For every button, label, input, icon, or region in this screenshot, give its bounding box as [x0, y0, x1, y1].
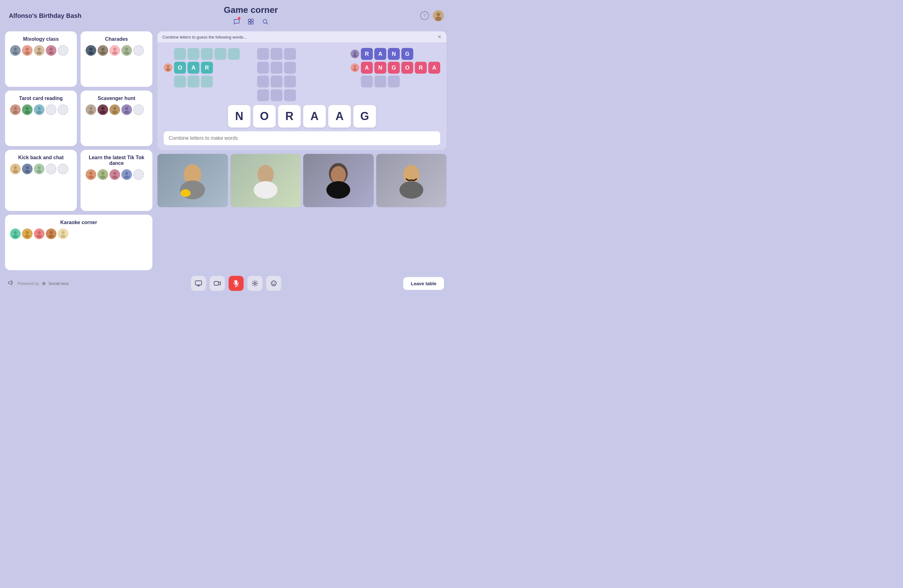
- svg-rect-3: [251, 22, 253, 24]
- bank-tile-A[interactable]: A: [303, 105, 326, 127]
- svg-point-35: [13, 111, 18, 114]
- svg-point-82: [38, 231, 41, 234]
- left-panel: Mixology class Charades Tarot card rea: [5, 29, 153, 273]
- room-card-scavenger[interactable]: Scavenger hunt: [80, 91, 153, 146]
- svg-point-70: [113, 172, 116, 175]
- video-button[interactable]: [210, 276, 225, 291]
- tile-N2[interactable]: N: [374, 62, 386, 74]
- avatar-13: [98, 104, 108, 115]
- tile-G[interactable]: G: [401, 48, 413, 60]
- avatar-empty-6: [46, 164, 57, 174]
- svg-point-23: [88, 52, 93, 55]
- tile-O[interactable]: O: [174, 62, 186, 74]
- volume-icon[interactable]: [8, 280, 14, 287]
- room-card-tarot[interactable]: Tarot card reading: [5, 91, 77, 146]
- avatar-12: [86, 104, 96, 115]
- video-tile-3: [303, 154, 374, 207]
- avatar-6: [98, 45, 108, 56]
- empty-tile: [201, 75, 213, 88]
- avatar-7: [109, 45, 120, 56]
- leave-table-button[interactable]: Leave table: [403, 277, 444, 290]
- svg-point-14: [25, 52, 30, 55]
- avatar-5: [86, 45, 96, 56]
- svg-point-68: [100, 176, 105, 179]
- bottom-center: [191, 276, 281, 291]
- player2-column: R A N G A N G O: [351, 48, 440, 88]
- user-avatar-button[interactable]: [433, 10, 444, 21]
- room-card-tiktok[interactable]: Learn the latest Tik Tok dance: [80, 150, 153, 211]
- svg-point-47: [100, 111, 105, 114]
- word-input[interactable]: [164, 131, 440, 145]
- room-card-mixology[interactable]: Mixology class: [5, 31, 77, 87]
- svg-rect-2: [248, 22, 250, 24]
- bank-tile-N[interactable]: N: [228, 105, 250, 127]
- svg-point-73: [125, 172, 128, 175]
- avatar-26: [46, 228, 57, 239]
- player1-avatar: [164, 63, 173, 72]
- svg-rect-110: [195, 281, 201, 285]
- game-window-header: Combine letters to guess the following w…: [157, 31, 447, 43]
- tile-N[interactable]: N: [388, 48, 400, 60]
- mic-button[interactable]: [228, 276, 244, 291]
- svg-point-77: [13, 235, 18, 238]
- emoji-button[interactable]: [266, 276, 281, 291]
- avatar-row-tiktok: [86, 169, 147, 180]
- avatar-18: [34, 164, 44, 174]
- svg-point-88: [61, 231, 64, 234]
- empty-tile: [201, 48, 213, 60]
- svg-point-32: [124, 52, 129, 55]
- svg-rect-0: [248, 19, 250, 21]
- tile-A2[interactable]: A: [374, 48, 386, 60]
- room-card-karaoke[interactable]: Karaoke corner: [5, 215, 153, 270]
- search-button[interactable]: [261, 17, 270, 26]
- svg-point-64: [90, 172, 93, 175]
- svg-rect-1: [251, 19, 253, 21]
- empty-row-1: [164, 48, 251, 60]
- room-card-charades[interactable]: Charades: [80, 31, 153, 87]
- tile-R[interactable]: R: [201, 62, 213, 74]
- tile-O[interactable]: O: [401, 62, 413, 74]
- settings-button[interactable]: [247, 276, 263, 291]
- svg-point-103: [254, 181, 277, 199]
- bank-tile-G[interactable]: G: [353, 105, 376, 127]
- help-button[interactable]: ?: [420, 11, 429, 20]
- svg-point-50: [112, 111, 117, 114]
- room-title-charades: Charades: [86, 36, 147, 42]
- avatar-1: [10, 45, 21, 56]
- avatar-2: [22, 45, 33, 56]
- svg-point-76: [14, 231, 17, 234]
- tile-A3[interactable]: A: [361, 62, 373, 74]
- bank-tile-O[interactable]: O: [253, 105, 275, 127]
- screen-button[interactable]: [191, 276, 206, 291]
- avatar-4: [46, 45, 57, 56]
- empty-tile: [388, 75, 400, 88]
- avatar-17: [22, 164, 33, 174]
- svg-point-46: [101, 107, 104, 110]
- empty-tile: [271, 75, 283, 88]
- games-button[interactable]: [246, 17, 256, 26]
- room-title-tarot: Tarot card reading: [10, 96, 72, 101]
- avatar-23: [10, 228, 21, 239]
- avatar-empty: [58, 45, 68, 56]
- player2-empty-row: [351, 75, 440, 88]
- tile-R[interactable]: R: [361, 48, 373, 60]
- chat-button[interactable]: [232, 17, 241, 26]
- avatar-empty-2: [133, 45, 144, 56]
- empty-tile: [257, 62, 269, 74]
- tile-G2[interactable]: G: [388, 62, 400, 74]
- room-card-kickback[interactable]: Kick back and chat: [5, 150, 77, 211]
- empty-tile: [174, 48, 186, 60]
- tile-A4[interactable]: A: [428, 62, 440, 74]
- tile-A[interactable]: A: [187, 62, 200, 74]
- svg-point-28: [113, 48, 116, 51]
- event-title: Alfonso's Birthday Bash: [8, 12, 83, 19]
- close-button[interactable]: ✕: [437, 35, 442, 39]
- header-right: ?: [419, 10, 444, 21]
- bank-tile-R[interactable]: R: [278, 105, 301, 127]
- bank-tile-A2[interactable]: A: [328, 105, 351, 127]
- header-icons: [83, 17, 419, 26]
- game-title: Game corner: [83, 5, 419, 15]
- svg-point-86: [49, 235, 53, 238]
- tile-R2[interactable]: R: [415, 62, 427, 74]
- empty-tile: [284, 48, 296, 60]
